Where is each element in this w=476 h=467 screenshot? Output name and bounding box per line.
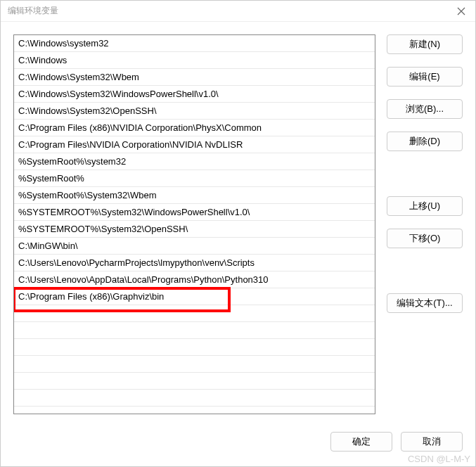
list-item[interactable]: C:\Windows\System32\Wbem bbox=[14, 69, 375, 86]
titlebar: 编辑环境变量 bbox=[1, 1, 475, 22]
list-item[interactable]: %SystemRoot%\system32 bbox=[14, 153, 375, 170]
list-item[interactable]: C:\Windows\System32\WindowsPowerShell\v1… bbox=[14, 86, 375, 103]
movedown-button[interactable]: 下移(O) bbox=[387, 229, 463, 248]
edittext-button[interactable]: 编辑文本(T)... bbox=[387, 293, 463, 313]
list-item: . bbox=[14, 356, 375, 373]
list-item[interactable]: %SystemRoot% bbox=[14, 170, 375, 187]
side-buttons: 新建(N) 编辑(E) 浏览(B)... 删除(D) 上移(U) 下移(O) 编… bbox=[387, 34, 463, 414]
browse-button[interactable]: 浏览(B)... bbox=[387, 99, 463, 119]
close-button[interactable] bbox=[454, 4, 468, 18]
list-item[interactable]: C:\Program Files (x86)\NVIDIA Corporatio… bbox=[14, 120, 375, 136]
list-item[interactable]: %SystemRoot%\System32\Wbem bbox=[14, 187, 375, 204]
list-item[interactable]: C:\Windows\system32 bbox=[14, 35, 375, 52]
list-item[interactable]: C:\Windows\System32\OpenSSH\ bbox=[14, 103, 375, 120]
list-item[interactable]: %SYSTEMROOT%\System32\WindowsPowerShell\… bbox=[14, 204, 375, 221]
list-item: . bbox=[14, 322, 375, 339]
list-item[interactable]: C:\MinGW\bin\ bbox=[14, 238, 375, 255]
content-area: C:\Windows\system32C:\WindowsC:\Windows\… bbox=[1, 22, 475, 427]
list-item[interactable]: %SYSTEMROOT%\System32\OpenSSH\ bbox=[14, 221, 375, 238]
path-listbox[interactable]: C:\Windows\system32C:\WindowsC:\Windows\… bbox=[13, 34, 375, 414]
spacer bbox=[387, 261, 463, 281]
new-button[interactable]: 新建(N) bbox=[387, 34, 463, 54]
list-item[interactable]: C:\Users\Lenovo\AppData\Local\Programs\P… bbox=[14, 271, 375, 288]
delete-button[interactable]: 删除(D) bbox=[387, 132, 463, 151]
list-item: . bbox=[14, 390, 375, 407]
list-item: . bbox=[14, 373, 375, 390]
list-item: . bbox=[14, 305, 375, 322]
list-item[interactable]: C:\Windows bbox=[14, 52, 375, 69]
ok-button[interactable]: 确定 bbox=[330, 432, 392, 452]
list-item: . bbox=[14, 339, 375, 356]
moveup-button[interactable]: 上移(U) bbox=[387, 196, 463, 216]
close-icon bbox=[457, 7, 465, 15]
footer: 确定 取消 bbox=[1, 427, 475, 466]
list-item[interactable]: C:\Users\Lenovo\PycharmProjects\lmypytho… bbox=[14, 255, 375, 271]
list-item[interactable]: C:\Program Files (x86)\Graphviz\bin bbox=[14, 288, 375, 305]
list-item[interactable]: C:\Program Files\NVIDIA Corporation\NVID… bbox=[14, 136, 375, 153]
spacer bbox=[387, 164, 463, 184]
edit-button[interactable]: 编辑(E) bbox=[387, 67, 463, 87]
cancel-button[interactable]: 取消 bbox=[401, 432, 463, 452]
dialog-window: 编辑环境变量 C:\Windows\system32C:\WindowsC:\W… bbox=[0, 0, 476, 467]
window-title: 编辑环境变量 bbox=[8, 5, 454, 17]
